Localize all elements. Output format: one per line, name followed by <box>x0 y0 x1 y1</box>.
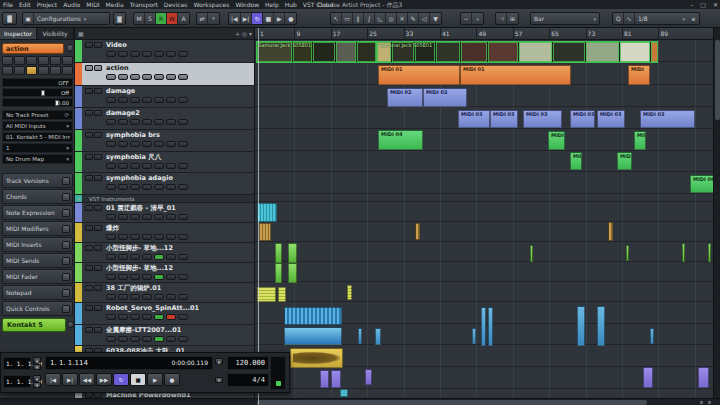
divide-track-list-icon[interactable]: ▦ <box>78 28 84 39</box>
inspector-field-0[interactable]: No Track Preset⟳ <box>2 110 73 120</box>
inspector-mini-button[interactable] <box>2 66 13 75</box>
midi-part[interactable] <box>597 306 605 346</box>
record-enable-button[interactable] <box>106 184 116 190</box>
record-enable-button[interactable] <box>106 119 116 125</box>
freeze-button[interactable] <box>166 254 176 260</box>
automation-button[interactable] <box>154 74 164 80</box>
freeze-button[interactable] <box>166 184 176 190</box>
track-row[interactable]: damage2 <box>75 108 255 130</box>
solo-button[interactable] <box>94 225 102 231</box>
inspector-mini-button[interactable] <box>38 66 49 75</box>
record-enable-button[interactable] <box>106 274 116 280</box>
solo-button[interactable] <box>94 88 102 94</box>
mute-button[interactable] <box>85 175 93 181</box>
audio-event[interactable] <box>290 348 343 368</box>
midi-part[interactable] <box>472 328 476 344</box>
solo-button[interactable] <box>94 265 102 271</box>
horizontal-scrollbar[interactable] <box>0 398 720 405</box>
inspector-mini-button[interactable] <box>14 56 25 65</box>
snap-buttons[interactable]: ⊣⊞ <box>495 12 519 25</box>
state-button-m[interactable]: M <box>134 13 145 24</box>
configurations-dropdown[interactable]: ▣ Configurations▾ <box>22 12 110 25</box>
midi-part[interactable] <box>365 369 372 385</box>
solo-button[interactable] <box>94 245 102 251</box>
state-button-s[interactable]: S <box>145 13 156 24</box>
track-row[interactable]: action <box>75 63 255 86</box>
iterative-quantize-button[interactable]: Q <box>613 13 624 24</box>
midi-part[interactable] <box>347 285 352 300</box>
track-row[interactable]: symphobia brs <box>75 130 255 152</box>
lane-display-button[interactable] <box>178 294 188 300</box>
inspector-slider-1[interactable]: Off <box>2 88 73 97</box>
automation-button[interactable] <box>154 274 164 280</box>
edit-channel-button[interactable] <box>130 214 140 220</box>
inspector-mini-button[interactable] <box>2 56 13 65</box>
midi-part[interactable]: MIDI 03 <box>458 110 490 128</box>
midi-channel-button[interactable] <box>142 234 152 240</box>
split-tool-icon[interactable]: ∥ <box>353 13 364 24</box>
monitor-button[interactable] <box>118 97 128 103</box>
play-icon[interactable]: ▶ <box>147 373 163 386</box>
monitor-button[interactable] <box>118 214 128 220</box>
erase-tool-icon[interactable]: ◺ <box>375 13 386 24</box>
zoom-tool-icon[interactable]: ◎ <box>386 13 397 24</box>
menu-workspaces[interactable]: Workspaces <box>193 0 229 9</box>
primary-time-display[interactable]: 1. 1. 1.114 0:00:00.119 <box>45 356 213 370</box>
state-button-a[interactable]: A <box>178 13 189 24</box>
record-enable-button[interactable] <box>106 97 116 103</box>
midi-part[interactable]: MIDI 03 <box>523 110 562 128</box>
edit-channel-settings-icon[interactable] <box>66 44 74 52</box>
monitor-button[interactable] <box>118 163 128 169</box>
midi-channel-button[interactable] <box>142 119 152 125</box>
inspector-mini-button[interactable] <box>26 66 37 75</box>
midi-channel-button[interactable] <box>142 163 152 169</box>
edit-channel-button[interactable] <box>130 254 140 260</box>
inspector-slider-2[interactable]: 0.00 <box>2 98 73 107</box>
midi-part[interactable]: MIDI 02 <box>423 88 467 107</box>
tab-visibility[interactable]: Visibility <box>37 28 74 40</box>
maximize-icon[interactable]: □ <box>700 0 706 9</box>
mute-tool-icon[interactable]: ✕ <box>397 13 408 24</box>
solo-button[interactable] <box>94 65 102 71</box>
track-row[interactable]: 爆炸 <box>75 223 255 243</box>
inspector-section-note-expression[interactable]: Note Expression <box>2 205 73 220</box>
automation-button[interactable] <box>154 184 164 190</box>
lane-display-button[interactable] <box>178 163 188 169</box>
midi-part[interactable] <box>577 306 585 346</box>
midi-part[interactable]: MID <box>570 152 582 170</box>
inspector-section-track-versions[interactable]: Track Versions <box>2 173 73 188</box>
edit-channel-button[interactable] <box>130 294 140 300</box>
edit-channel-button[interactable] <box>130 74 140 80</box>
edit-channel-button[interactable] <box>130 184 140 190</box>
mute-button[interactable] <box>85 88 93 94</box>
inspector-mini-button[interactable] <box>26 56 37 65</box>
solo-button[interactable] <box>94 205 102 211</box>
midi-part[interactable]: MIDI <box>628 65 650 85</box>
mute-button[interactable] <box>85 265 93 271</box>
mute-button[interactable] <box>85 205 93 211</box>
edit-channel-button[interactable] <box>130 274 140 280</box>
midi-channel-button[interactable] <box>142 336 152 342</box>
solo-button[interactable] <box>94 42 102 48</box>
menu-help[interactable]: Help <box>265 0 279 9</box>
midi-part[interactable]: MIDI 02 <box>387 88 423 107</box>
record-enable-button[interactable] <box>106 141 116 147</box>
freeze-button[interactable] <box>166 214 176 220</box>
inspector-mini-button[interactable] <box>50 56 61 65</box>
inspector-section-quick-controls[interactable]: Quick Controls <box>2 301 73 316</box>
edit-channel-button[interactable] <box>130 97 140 103</box>
midi-channel-button[interactable] <box>142 74 152 80</box>
midi-part[interactable] <box>278 287 286 302</box>
midi-part[interactable] <box>643 367 653 388</box>
minimize-icon[interactable]: – <box>690 0 693 9</box>
monitor-button[interactable] <box>118 141 128 147</box>
solo-button[interactable] <box>94 175 102 181</box>
monitor-button[interactable] <box>118 119 128 125</box>
section-button-icon[interactable] <box>62 225 70 233</box>
lane-display-button[interactable] <box>178 119 188 125</box>
track-row[interactable]: Video <box>75 40 255 63</box>
midi-part[interactable] <box>488 307 493 346</box>
freeze-button[interactable] <box>166 314 176 320</box>
tempo-spinner-up[interactable]: ▲ <box>215 358 223 364</box>
locator2-spinner-down[interactable]: ▼ <box>33 382 41 388</box>
